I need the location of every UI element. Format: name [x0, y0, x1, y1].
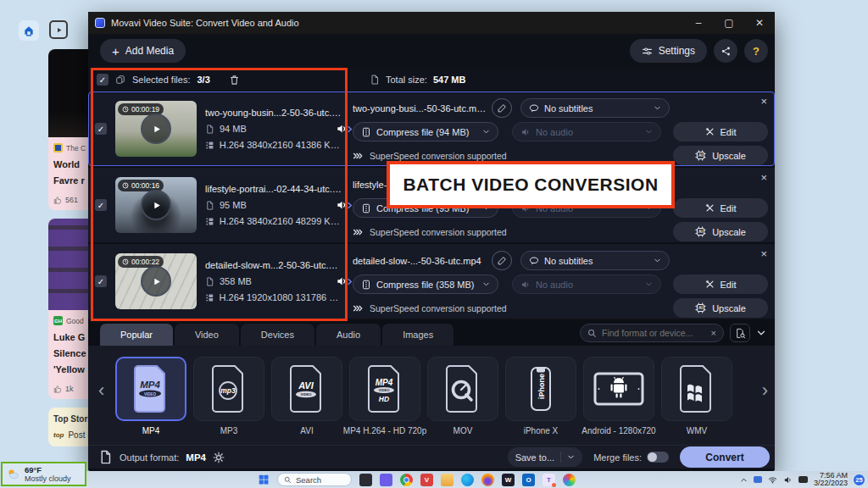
- compress-dropdown[interactable]: Compress file (358 MB): [353, 274, 498, 294]
- notification-badge[interactable]: 25: [854, 474, 865, 485]
- like-icon[interactable]: [53, 385, 62, 393]
- taskbar-app-notepad[interactable]: [359, 474, 372, 486]
- toolbar: + Add Media Settings ?: [88, 34, 775, 68]
- tab-label: Images: [403, 330, 433, 340]
- add-media-button[interactable]: + Add Media: [100, 39, 186, 63]
- subtitles-dropdown[interactable]: No subtitles: [520, 98, 670, 118]
- subtitles-dropdown[interactable]: No subtitles: [520, 251, 670, 270]
- play-button[interactable]: [141, 114, 171, 144]
- edge-browser-window[interactable]: The C WorldFavre r 561 GHGood Luke GSile…: [0, 0, 100, 471]
- edit-button[interactable]: Edit: [673, 122, 768, 141]
- carousel-right-icon[interactable]: ›: [762, 381, 768, 400]
- tab-images[interactable]: Images: [382, 324, 453, 346]
- edit-button[interactable]: Edit: [673, 198, 768, 218]
- compress-dropdown[interactable]: Compress file (94 MB): [353, 122, 498, 141]
- taskbar-search[interactable]: Search: [277, 473, 352, 486]
- weather-widget[interactable]: 69°F Mostly cloudy: [1, 462, 86, 486]
- remove-file-icon[interactable]: ×: [760, 172, 767, 183]
- wifi-icon[interactable]: [768, 475, 777, 485]
- taskbar-app-chrome[interactable]: [400, 474, 413, 486]
- upscale-button[interactable]: Upscale: [673, 146, 768, 165]
- maximize-button[interactable]: ▢: [714, 12, 744, 34]
- search-input[interactable]: [602, 328, 706, 338]
- volume-icon[interactable]: [783, 475, 793, 485]
- file-size: 94 MB: [220, 124, 247, 134]
- superspeed-icon: [353, 303, 363, 313]
- start-button[interactable]: [258, 474, 270, 485]
- duration-badge: 00:00:16: [131, 181, 159, 190]
- help-button[interactable]: ?: [744, 39, 768, 63]
- taskbar-app-edge[interactable]: [461, 474, 474, 486]
- file-icon: [205, 125, 214, 134]
- tab-popular[interactable]: Popular: [100, 324, 173, 346]
- source-filename: two-young-busin...2-50-36-utc.mov: [205, 108, 342, 118]
- rename-button[interactable]: [492, 251, 512, 270]
- video-thumbnail[interactable]: 00:00:19: [115, 101, 197, 157]
- format-card-mp3[interactable]: mp3 MP3: [193, 357, 264, 445]
- tab-video[interactable]: Video: [175, 324, 239, 346]
- format-card-avi[interactable]: AVIVIDEO AVI: [271, 357, 342, 445]
- titlebar[interactable]: Movavi Video Suite: Convert Video and Au…: [88, 12, 775, 34]
- format-card-wmv[interactable]: WMV: [661, 357, 732, 445]
- tab-devices[interactable]: Devices: [241, 324, 314, 346]
- preview-format-button[interactable]: [730, 324, 750, 342]
- taskbar-app-explorer[interactable]: [441, 474, 453, 486]
- select-all-checkbox[interactable]: ✓: [97, 74, 108, 86]
- format-card-android[interactable]: Android - 1280x720: [583, 357, 654, 445]
- file-row[interactable]: ✓ 00:00:19 two-young-busin...2-50-36-utc…: [88, 92, 775, 166]
- like-icon[interactable]: [53, 196, 62, 204]
- format-card-mp4[interactable]: MP4VIDEO MP4: [115, 357, 186, 445]
- upscale-button[interactable]: Upscale: [673, 222, 768, 241]
- format-card-mp4-hd[interactable]: MP4VIDEOHD MP4 H.264 - HD 720p: [349, 357, 420, 445]
- taskbar-app-teams[interactable]: T: [542, 474, 555, 486]
- file-checkbox[interactable]: ✓: [95, 275, 107, 287]
- format-search-field[interactable]: ×: [580, 324, 724, 342]
- play-button[interactable]: [141, 190, 171, 220]
- taskbar-app-firefox[interactable]: [481, 474, 494, 486]
- mp3-icon: mp3: [193, 357, 264, 421]
- tray-chevron-up-icon[interactable]: [740, 476, 748, 484]
- ai-chip-icon: [695, 150, 706, 161]
- taskbar-app-photos[interactable]: [563, 474, 576, 486]
- upscale-button[interactable]: Upscale: [673, 298, 768, 318]
- taskbar-app-shield[interactable]: V: [420, 474, 433, 486]
- clear-search-icon[interactable]: ×: [711, 328, 716, 338]
- audio-direction-icon: [336, 199, 354, 211]
- save-to-button[interactable]: Save to...: [508, 447, 582, 467]
- tray-camera-icon[interactable]: [798, 476, 808, 483]
- share-button[interactable]: [714, 39, 737, 63]
- tray-bluetooth-icon[interactable]: [754, 476, 762, 483]
- file-checkbox[interactable]: ✓: [95, 123, 107, 135]
- carousel-left-icon[interactable]: ‹: [98, 381, 104, 400]
- annotation-batch-label: BATCH VIDEO CONVERSION: [387, 161, 675, 208]
- clock-date: 3/22/2023: [814, 480, 848, 488]
- rename-button[interactable]: [492, 98, 512, 118]
- trash-icon[interactable]: [229, 75, 240, 86]
- file-row[interactable]: ✓ 00:00:22 detailed-slow-m...2-50-36-utc…: [88, 244, 775, 319]
- edit-button[interactable]: Edit: [673, 274, 768, 294]
- browser-media-icon[interactable]: [49, 20, 68, 39]
- audio-dropdown[interactable]: No audio: [512, 274, 661, 294]
- merge-files-toggle[interactable]: [647, 452, 669, 463]
- audio-dropdown[interactable]: No audio: [512, 122, 661, 141]
- browser-home-icon[interactable]: [19, 20, 39, 41]
- video-thumbnail[interactable]: 00:00:22: [115, 253, 197, 309]
- format-card-mov[interactable]: MOV: [427, 357, 498, 445]
- tab-audio[interactable]: Audio: [316, 324, 381, 346]
- remove-file-icon[interactable]: ×: [760, 96, 767, 107]
- file-checkbox[interactable]: ✓: [95, 199, 107, 211]
- video-thumbnail[interactable]: 00:00:16: [115, 177, 197, 233]
- collapse-panel-icon[interactable]: [756, 328, 766, 338]
- taskbar-app-chat[interactable]: [380, 474, 392, 486]
- gear-icon[interactable]: [213, 452, 225, 463]
- minimize-button[interactable]: –: [683, 12, 714, 34]
- close-button[interactable]: ✕: [744, 12, 775, 34]
- play-button[interactable]: [141, 266, 171, 297]
- settings-button[interactable]: Settings: [630, 39, 707, 63]
- remove-file-icon[interactable]: ×: [760, 248, 767, 259]
- convert-button[interactable]: Convert: [680, 446, 770, 468]
- format-card-iphone-x[interactable]: iPhone iPhone X: [505, 357, 576, 445]
- taskbar-app-outlook[interactable]: O: [522, 474, 535, 486]
- taskbar-app-w[interactable]: W: [502, 474, 515, 486]
- taskbar-clock[interactable]: 7:56 AM 3/22/2023: [814, 472, 848, 488]
